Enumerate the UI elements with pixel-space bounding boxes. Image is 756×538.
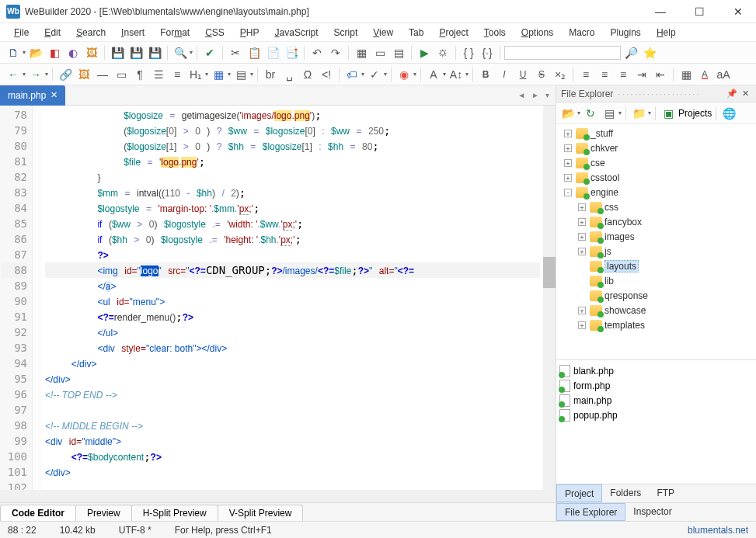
menu-plugins[interactable]: Plugins xyxy=(604,26,647,40)
menu-search[interactable]: Search xyxy=(70,26,112,40)
paragraph-icon[interactable]: ¶ xyxy=(131,66,148,83)
menu-tools[interactable]: Tools xyxy=(478,26,512,40)
tree-item[interactable]: qresponse xyxy=(558,288,754,303)
up-folder-icon[interactable]: 📁 xyxy=(630,105,647,122)
open-folder-icon[interactable]: 📂 xyxy=(559,105,577,122)
tree-item[interactable]: +js xyxy=(558,244,754,259)
list-icon[interactable]: ▤ xyxy=(390,44,407,61)
indent-icon[interactable]: ⇥ xyxy=(633,66,650,83)
code-editor[interactable]: 7879808182838485868788899091929394959697… xyxy=(0,106,556,490)
file-item[interactable]: main.php xyxy=(559,393,753,408)
menu-edit[interactable]: Edit xyxy=(38,26,67,40)
menu-script[interactable]: Script xyxy=(328,26,364,40)
pin-icon[interactable]: 📌 xyxy=(726,89,737,99)
subscript-icon[interactable]: ×₂ xyxy=(552,66,569,83)
layout-icon[interactable]: ▦ xyxy=(678,66,695,83)
close-tab-icon[interactable]: ✕ xyxy=(51,90,57,100)
menu-view[interactable]: View xyxy=(367,26,399,40)
tab-menu-icon[interactable]: ▾ xyxy=(545,91,549,99)
debug-icon[interactable]: ⛭ xyxy=(434,44,451,61)
side-tab-project[interactable]: Project xyxy=(556,484,602,502)
form-insert-icon[interactable]: ▤ xyxy=(232,66,249,83)
insert-image-icon[interactable]: 🖼 xyxy=(75,66,92,83)
nbsp-icon[interactable]: ␣ xyxy=(280,66,298,83)
comment-icon[interactable]: <! xyxy=(318,66,335,83)
refresh-icon[interactable]: ↻ xyxy=(582,105,599,122)
menu-macro[interactable]: Macro xyxy=(563,26,601,40)
file-item[interactable]: blank.php xyxy=(559,363,753,378)
save-all-icon[interactable]: 💾 xyxy=(127,44,145,61)
tag-icon[interactable]: 🏷 xyxy=(343,66,361,83)
table-icon[interactable]: ▦ xyxy=(353,44,370,61)
view-tab-v-split-preview[interactable]: V-Split Preview xyxy=(218,505,304,521)
menu-css[interactable]: CSS xyxy=(199,26,231,40)
table-insert-icon[interactable]: ▦ xyxy=(210,66,227,83)
side-tab-inspector[interactable]: Inspector xyxy=(625,503,679,521)
tree-item[interactable]: layouts xyxy=(558,259,754,273)
tree-item[interactable]: +cse xyxy=(558,155,754,170)
menu-php[interactable]: PHP xyxy=(234,26,266,40)
copy-icon[interactable]: 📋 xyxy=(246,44,263,61)
omega-icon[interactable]: Ω xyxy=(299,66,316,83)
validate-icon[interactable]: ✓ xyxy=(366,66,383,83)
next-tab-icon[interactable]: ► xyxy=(531,91,539,99)
minimize-button[interactable]: — xyxy=(649,5,672,18)
case-icon[interactable]: aA xyxy=(715,66,732,83)
search-go-icon[interactable]: 🔎 xyxy=(622,44,639,61)
clipboard-icon[interactable]: 📑 xyxy=(283,44,300,61)
br-icon[interactable]: br xyxy=(262,66,279,83)
link-icon[interactable]: 🔗 xyxy=(57,66,74,83)
view-tab-preview[interactable]: Preview xyxy=(75,505,132,521)
align-center-icon[interactable]: ≡ xyxy=(596,66,613,83)
view-tab-code-editor[interactable]: Code Editor xyxy=(0,505,76,521)
spellcheck-icon[interactable]: ✔ xyxy=(201,44,218,61)
star-icon[interactable]: ⭐ xyxy=(641,44,658,61)
ul-icon[interactable]: ☰ xyxy=(150,66,167,83)
tree-item[interactable]: +showcase xyxy=(558,303,754,318)
menu-tab[interactable]: Tab xyxy=(402,26,430,40)
vertical-scrollbar[interactable] xyxy=(543,106,556,490)
menu-project[interactable]: Project xyxy=(433,26,474,40)
tree-item[interactable]: +fancybox xyxy=(558,214,754,229)
projects-label[interactable]: Projects xyxy=(678,108,712,119)
sync-icon[interactable]: 🌐 xyxy=(720,105,737,122)
menu-file[interactable]: File xyxy=(8,26,35,40)
tree-item[interactable]: -engine xyxy=(558,185,754,200)
undo-icon[interactable]: ↶ xyxy=(308,44,326,61)
italic-icon[interactable]: I xyxy=(496,66,513,83)
new-file-icon[interactable]: 🗋 xyxy=(5,44,22,61)
ol-icon[interactable]: ≡ xyxy=(169,66,186,83)
search-icon[interactable]: 🔍 xyxy=(172,44,189,61)
image-icon[interactable]: 🖼 xyxy=(83,44,100,61)
cut-icon[interactable]: ✂ xyxy=(227,44,244,61)
tree-item[interactable]: +templates xyxy=(558,318,754,332)
back-icon[interactable]: ← xyxy=(5,66,22,83)
menu-help[interactable]: Help xyxy=(650,26,682,40)
close-button[interactable]: ✕ xyxy=(726,5,750,18)
outdent-icon[interactable]: ⇤ xyxy=(652,66,669,83)
html-file-icon[interactable]: ◧ xyxy=(46,44,63,61)
file-item[interactable]: popup.php xyxy=(559,408,753,422)
heading-icon[interactable]: H₁ xyxy=(187,66,204,83)
php-file-icon[interactable]: ◐ xyxy=(64,44,82,61)
menu-insert[interactable]: Insert xyxy=(115,26,151,40)
paste-icon[interactable]: 📄 xyxy=(264,44,281,61)
bold-icon[interactable]: B xyxy=(477,66,494,83)
font-icon[interactable]: A xyxy=(425,66,442,83)
tree-item[interactable]: +images xyxy=(558,229,754,244)
braces-icon[interactable]: { } xyxy=(460,44,477,61)
site-link[interactable]: blumentals.net xyxy=(688,525,748,536)
menu-javascript[interactable]: JavaScript xyxy=(269,26,325,40)
code-content[interactable]: $logosize = getimagesize('images/logo.pn… xyxy=(42,106,543,490)
folder-tree[interactable]: +_stuff+chkver+cse+csstool-engine+css+fa… xyxy=(556,124,756,359)
menu-options[interactable]: Options xyxy=(515,26,559,40)
color-picker-icon[interactable]: ◉ xyxy=(395,66,413,83)
align-left-icon[interactable]: ≡ xyxy=(577,66,594,83)
side-tab-ftp[interactable]: FTP xyxy=(649,484,682,502)
tree-item[interactable]: +chkver xyxy=(558,141,754,155)
div-icon[interactable]: ▭ xyxy=(113,66,130,83)
quick-search-input[interactable] xyxy=(504,46,621,60)
close-panel-icon[interactable]: ✕ xyxy=(742,89,749,99)
strike-icon[interactable]: S xyxy=(533,66,550,83)
font-size-icon[interactable]: A↕ xyxy=(448,66,465,83)
